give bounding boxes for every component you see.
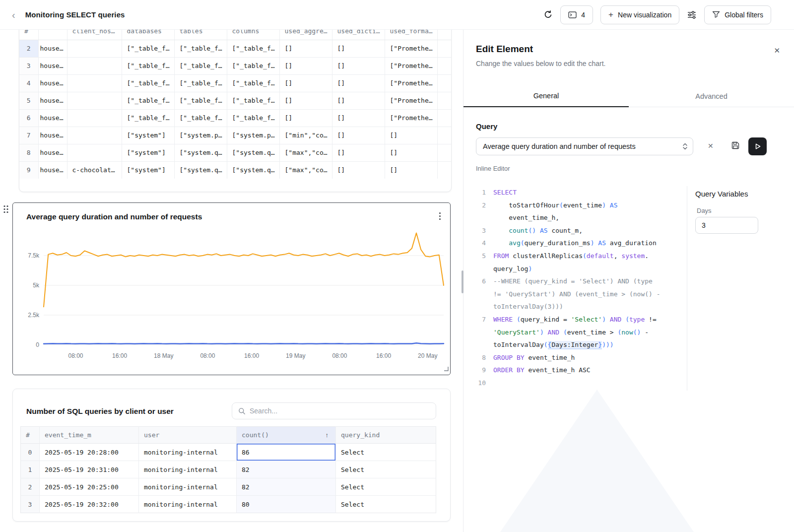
code-line[interactable]: query_log): [476, 263, 676, 275]
cell[interactable]: ["system.p…: [227, 127, 279, 144]
cell[interactable]: ["system.q…: [174, 161, 227, 179]
cell[interactable]: 82: [237, 461, 336, 478]
cell[interactable]: []: [332, 57, 385, 74]
code-line[interactable]: 'QueryStart') AND (event_time > (now() -: [476, 326, 676, 339]
cell[interactable]: []: [279, 40, 332, 57]
cell[interactable]: ["Promethe…: [385, 92, 437, 109]
cell[interactable]: 80: [237, 496, 336, 513]
cell[interactable]: ["system.q…: [227, 144, 279, 161]
column-header[interactable]: used_aggre…: [279, 30, 332, 40]
cell[interactable]: [67, 40, 122, 57]
cell[interactable]: Select: [336, 478, 436, 496]
cell[interactable]: ["_table_f…: [122, 92, 174, 109]
close-panel-button[interactable]: ✕: [774, 46, 780, 55]
code-line[interactable]: 1SELECT: [476, 186, 676, 199]
cell[interactable]: ["Promethe…: [385, 40, 437, 57]
cell[interactable]: []: [385, 127, 437, 144]
cell[interactable]: []: [279, 57, 332, 74]
cell[interactable]: [67, 144, 122, 161]
selected-cell[interactable]: 86: [237, 444, 336, 461]
cell[interactable]: []: [332, 161, 385, 179]
cell[interactable]: ["_table_f…: [227, 109, 279, 127]
code-line[interactable]: 3count() AS count_m,: [476, 224, 676, 237]
tab-general[interactable]: General: [463, 85, 629, 107]
column-header[interactable]: query_kind: [336, 427, 436, 444]
cell[interactable]: house…: [38, 74, 67, 92]
cell[interactable]: []: [279, 109, 332, 127]
refresh-button[interactable]: [543, 10, 553, 19]
cell[interactable]: ["system.p…: [174, 127, 227, 144]
cell[interactable]: Select: [336, 496, 436, 513]
back-button[interactable]: ‹: [12, 10, 15, 20]
cell[interactable]: ["_table_f…: [174, 92, 227, 109]
cell[interactable]: 82: [237, 478, 336, 496]
cell[interactable]: ["max","co…: [279, 161, 332, 179]
sql-console-button[interactable]: 4: [560, 5, 593, 24]
cell[interactable]: house…: [38, 40, 67, 57]
cell[interactable]: monitoring-internal: [139, 478, 237, 496]
column-header[interactable]: event_time_m: [40, 427, 139, 444]
panel-scrollbar[interactable]: [462, 270, 463, 293]
cell[interactable]: house…: [38, 57, 67, 74]
code-line[interactable]: 6--WHERE (query_kind = 'Select') AND (ty…: [476, 275, 676, 288]
drag-handle[interactable]: [3, 204, 9, 216]
cell[interactable]: 2025-05-19 20:31:00: [40, 461, 139, 478]
cell[interactable]: 2025-05-19 20:25:00: [40, 478, 139, 496]
column-header[interactable]: databases: [122, 30, 174, 40]
cell[interactable]: []: [332, 40, 385, 57]
code-line[interactable]: 4avg(query_duration_ms) AS avg_duration: [476, 237, 676, 250]
cell[interactable]: ["min","co…: [279, 127, 332, 144]
cell[interactable]: ["Promethe…: [385, 57, 437, 74]
cell[interactable]: []: [279, 74, 332, 92]
days-variable-input[interactable]: [695, 217, 758, 234]
cell[interactable]: monitoring-internal: [139, 496, 237, 513]
cell[interactable]: ["system"]: [122, 127, 174, 144]
cell[interactable]: ["_table_f…: [227, 74, 279, 92]
cell[interactable]: ["_table_f…: [227, 57, 279, 74]
column-header[interactable]: used_forma…: [385, 30, 437, 40]
chart-card[interactable]: Average query duration and number of req…: [12, 202, 451, 375]
code-line[interactable]: toIntervalDay({Days:Integer}))): [476, 338, 676, 351]
code-line[interactable]: 9ORDER BY event_time_h ASC: [476, 364, 676, 377]
code-line[interactable]: toIntervalDay(3))): [476, 300, 676, 313]
cell[interactable]: ["_table_f…: [174, 74, 227, 92]
cell[interactable]: ["_table_f…: [174, 109, 227, 127]
cell[interactable]: [67, 57, 122, 74]
run-query-button[interactable]: [748, 137, 767, 155]
cell[interactable]: c-chocolat…: [67, 161, 122, 179]
cell[interactable]: ["Promethe…: [385, 74, 437, 92]
code-line[interactable]: 7WHERE (query_kind = 'Select') AND (type…: [476, 313, 676, 326]
cell[interactable]: house…: [38, 161, 67, 179]
cell[interactable]: house…: [38, 92, 67, 109]
cell[interactable]: house…: [38, 127, 67, 144]
cell[interactable]: ["_table_f…: [122, 109, 174, 127]
settings-sliders-button[interactable]: [687, 10, 697, 19]
cell[interactable]: []: [385, 144, 437, 161]
column-header[interactable]: user: [139, 427, 237, 444]
cell[interactable]: []: [332, 144, 385, 161]
cell[interactable]: ["_table_f…: [122, 74, 174, 92]
clear-query-button[interactable]: ✕: [708, 142, 714, 150]
cell[interactable]: monitoring-internal: [139, 461, 237, 478]
column-header[interactable]: [38, 30, 67, 40]
column-header[interactable]: used_dicti…: [332, 30, 385, 40]
column-header[interactable]: count()↑: [237, 427, 336, 444]
new-visualization-button[interactable]: + New visualization: [600, 5, 679, 24]
cell[interactable]: ["system"]: [122, 144, 174, 161]
query-select[interactable]: Average query duration and number of req…: [476, 137, 693, 155]
cell[interactable]: []: [332, 127, 385, 144]
cell[interactable]: ["system.q…: [227, 161, 279, 179]
column-header[interactable]: #: [19, 30, 38, 40]
cell[interactable]: ["_table_f…: [122, 57, 174, 74]
global-filters-button[interactable]: Global filters: [704, 5, 771, 24]
cell[interactable]: ["Promethe…: [385, 109, 437, 127]
code-line[interactable]: 8GROUP BY event_time_h: [476, 351, 676, 364]
cell[interactable]: 2025-05-19 20:28:00: [40, 444, 139, 461]
column-header[interactable]: tables: [174, 30, 227, 40]
sql-editor[interactable]: 1SELECT2toStartOfHour(event_time) ASeven…: [476, 186, 676, 390]
cell[interactable]: ["system"]: [122, 161, 174, 179]
code-line[interactable]: 5FROM clusterAllReplicas(default, system…: [476, 250, 676, 263]
chart-menu-button[interactable]: [437, 210, 443, 224]
column-header[interactable]: #: [21, 427, 40, 444]
cell[interactable]: Select: [336, 444, 436, 461]
